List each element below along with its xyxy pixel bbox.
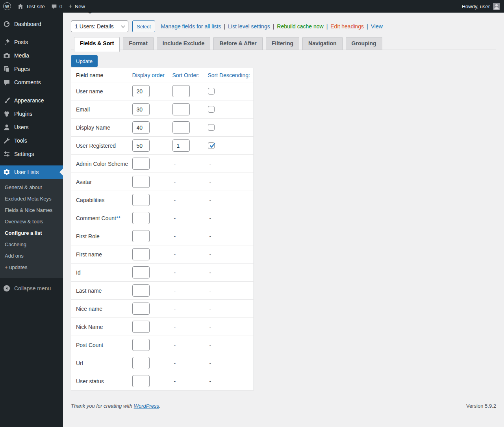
- sort-descending-checkbox[interactable]: [208, 88, 215, 95]
- tab-include-exclude[interactable]: Include Exclude: [157, 37, 211, 50]
- submenu-item-cacheing[interactable]: Cacheing: [0, 239, 63, 250]
- field-name-label: Comment Count: [76, 215, 116, 221]
- display-order-input[interactable]: [132, 321, 150, 333]
- field-row: First Role--: [71, 227, 254, 245]
- comments-admin-bar-link[interactable]: 0: [51, 4, 62, 9]
- display-order-input[interactable]: [132, 158, 150, 170]
- sidebar-item-settings[interactable]: Settings: [0, 147, 63, 161]
- sidebar-item-appearance[interactable]: Appearance: [0, 94, 63, 107]
- display-order-input[interactable]: [132, 121, 150, 134]
- display-order-input[interactable]: [132, 375, 150, 387]
- sort-order-input[interactable]: [172, 139, 190, 152]
- display-order-input[interactable]: [132, 103, 150, 115]
- display-order-input[interactable]: [132, 357, 150, 369]
- sidebar-item-label: Users: [14, 124, 29, 130]
- no-sort-marker: -: [172, 197, 176, 203]
- sort-descending-checkbox[interactable]: [208, 142, 215, 149]
- link-list-level-settings[interactable]: List level settings: [228, 23, 270, 30]
- tab-filtering[interactable]: Filtering: [266, 37, 299, 50]
- select-button[interactable]: Select: [132, 20, 155, 32]
- thanks-text: Thank you for creating with WordPress.: [71, 403, 161, 409]
- no-sort-marker: -: [172, 215, 176, 221]
- sidebar-item-media[interactable]: Media: [0, 49, 63, 62]
- sort-order-input[interactable]: [172, 103, 190, 115]
- display-order-input[interactable]: [132, 176, 150, 188]
- field-row: Nice name--: [71, 300, 254, 318]
- tab-format[interactable]: Format: [123, 37, 153, 50]
- link-view[interactable]: View: [371, 23, 383, 30]
- sidebar-item-user-lists[interactable]: User Lists: [0, 165, 63, 179]
- column-header-sort-order[interactable]: Sort Order:: [169, 68, 205, 82]
- no-sort-marker: -: [208, 197, 211, 203]
- wordpress-logo-menu[interactable]: W: [3, 2, 11, 10]
- display-order-input[interactable]: [132, 284, 150, 297]
- link-manage-fields-for-all-lists[interactable]: Manage fields for all lists: [161, 23, 221, 30]
- submenu-item-general-about[interactable]: General & about: [0, 182, 63, 193]
- sidebar-item-label: Tools: [14, 137, 27, 144]
- no-sort-marker: -: [208, 251, 211, 258]
- tab-before-after[interactable]: Before & After: [213, 37, 262, 50]
- action-links: Manage fields for all lists|List level s…: [161, 23, 383, 30]
- tab-grouping[interactable]: Grouping: [346, 37, 382, 50]
- sidebar-item-posts[interactable]: Posts: [0, 35, 63, 49]
- wordpress-link[interactable]: WordPress: [134, 403, 159, 409]
- display-order-input[interactable]: [132, 303, 150, 315]
- user-avatar[interactable]: [493, 3, 500, 10]
- sidebar-item-label: Comments: [14, 79, 41, 85]
- site-home-link[interactable]: Test site: [17, 3, 45, 9]
- chevron-down-icon: [121, 24, 125, 28]
- comment-count: 0: [59, 4, 62, 9]
- table-header-row: Field nameDisplay orderSort Order:Sort D…: [71, 68, 254, 82]
- link-rebuild-cache-now[interactable]: Rebuild cache now: [277, 23, 323, 30]
- submenu-item-configure-a-list[interactable]: Configure a list: [0, 227, 63, 239]
- field-row: First name--: [71, 245, 254, 264]
- display-order-input[interactable]: [132, 212, 150, 224]
- tab-navigation[interactable]: Navigation: [302, 37, 343, 50]
- sort-descending-checkbox[interactable]: [208, 106, 215, 113]
- sidebar-item-dashboard[interactable]: Dashboard: [0, 17, 63, 31]
- column-header-field-name: Field name: [71, 68, 129, 82]
- display-order-input[interactable]: [132, 339, 150, 351]
- list-toolbar: 1 Users: Details Select Manage fields fo…: [71, 20, 496, 32]
- link-edit-headings[interactable]: Edit headings: [330, 23, 364, 30]
- sidebar-item-pages[interactable]: Pages: [0, 62, 63, 76]
- collapse-menu-button[interactable]: Collapse menu: [0, 282, 63, 295]
- new-content-menu[interactable]: + New: [69, 4, 85, 9]
- list-selector[interactable]: 1 Users: Details: [71, 20, 128, 32]
- submenu-item-add-ons[interactable]: Add ons: [0, 250, 63, 262]
- display-order-input[interactable]: [132, 230, 150, 242]
- display-order-input[interactable]: [132, 248, 150, 260]
- submenu-item-fields-nice-names[interactable]: Fields & Nice Names: [0, 204, 63, 216]
- field-name-label: User status: [76, 378, 104, 384]
- no-sort-marker: -: [208, 179, 211, 185]
- sort-order-input[interactable]: [172, 85, 190, 97]
- wordpress-logo-icon: W: [3, 2, 11, 10]
- display-order-input[interactable]: [132, 266, 150, 278]
- field-name-label: Url: [76, 360, 83, 366]
- submenu-item-overview-tools[interactable]: Overview & tools: [0, 216, 63, 227]
- version-text: Version 5.9.2: [466, 403, 496, 409]
- howdy-user-menu[interactable]: Howdy, user: [462, 4, 490, 9]
- field-row: Display Name: [71, 119, 254, 137]
- field-row: Comment Count**--: [71, 209, 254, 227]
- submenu-item-updates[interactable]: + updates: [0, 262, 63, 273]
- sort-order-input[interactable]: [172, 121, 190, 134]
- column-header-display-order[interactable]: Display order: [129, 68, 169, 82]
- display-order-input[interactable]: [132, 139, 150, 152]
- column-header-sort-descending[interactable]: Sort Descending:: [205, 68, 254, 82]
- tab-fields-sort[interactable]: Fields & Sort: [74, 37, 120, 52]
- new-label: New: [75, 4, 85, 9]
- dashboard-icon: [3, 20, 10, 28]
- display-order-input[interactable]: [132, 194, 150, 206]
- sidebar-item-tools[interactable]: Tools: [0, 134, 63, 147]
- submenu-item-excluded-meta-keys[interactable]: Excluded Meta Keys: [0, 193, 63, 204]
- sidebar-item-plugins[interactable]: Plugins: [0, 107, 63, 121]
- sidebar-item-comments[interactable]: Comments: [0, 76, 63, 89]
- display-order-input[interactable]: [132, 85, 150, 97]
- sort-descending-checkbox[interactable]: [208, 124, 215, 131]
- update-button[interactable]: Update: [71, 55, 98, 67]
- sidebar-item-users[interactable]: Users: [0, 121, 63, 134]
- field-row: Url--: [71, 354, 254, 372]
- no-sort-marker: -: [172, 233, 176, 239]
- home-icon: [17, 3, 24, 9]
